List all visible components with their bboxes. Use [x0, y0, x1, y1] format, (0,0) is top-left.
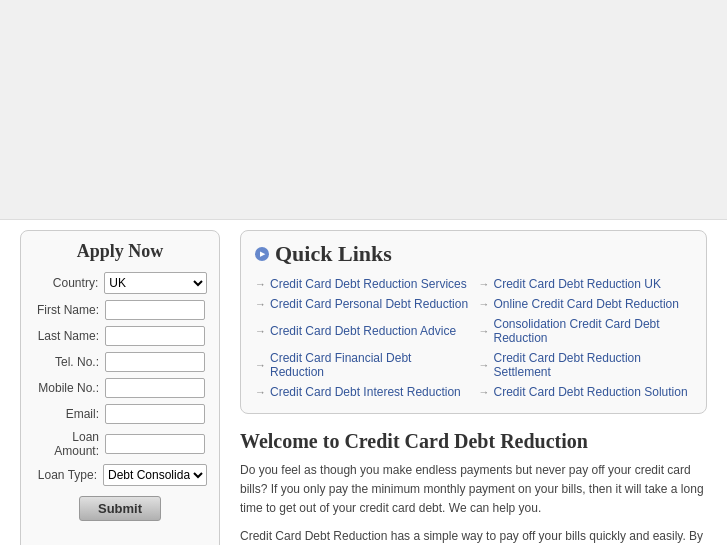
quick-links-icon	[255, 247, 269, 261]
loan-type-row: Loan Type: Debt Consolidat Personal Loan…	[33, 464, 207, 486]
ql-link[interactable]: Credit Card Debt Reduction Services	[270, 277, 467, 291]
list-item: → Credit Card Debt Reduction Solution	[479, 383, 693, 401]
ql-link[interactable]: Credit Card Debt Interest Reduction	[270, 385, 461, 399]
list-item: → Online Credit Card Debt Reduction	[479, 295, 693, 313]
loan-amount-input[interactable]	[105, 434, 205, 454]
arrow-icon: →	[479, 278, 490, 290]
welcome-paragraph-1: Do you feel as though you make endless p…	[240, 461, 707, 519]
submit-button[interactable]: Submit	[79, 496, 161, 521]
tel-input[interactable]	[105, 352, 205, 372]
apply-panel-title: Apply Now	[33, 241, 207, 262]
list-item: → Credit Card Debt Reduction Settlement	[479, 349, 693, 381]
list-item: → Credit Card Financial Debt Reduction	[255, 349, 469, 381]
ql-link[interactable]: Credit Card Debt Reduction Solution	[494, 385, 688, 399]
tel-label: Tel. No.:	[33, 355, 105, 369]
quick-links-grid: → Credit Card Debt Reduction Services → …	[255, 275, 692, 401]
top-banner	[0, 0, 727, 220]
list-item: → Credit Card Debt Reduction Services	[255, 275, 469, 293]
ql-link[interactable]: Credit Card Debt Reduction UK	[494, 277, 661, 291]
list-item: → Credit Card Debt Reduction UK	[479, 275, 693, 293]
arrow-icon: →	[479, 325, 490, 337]
list-item: → Consolidation Credit Card Debt Reducti…	[479, 315, 693, 347]
firstname-label: First Name:	[33, 303, 105, 317]
mobile-input[interactable]	[105, 378, 205, 398]
quick-links-header: Quick Links	[255, 241, 692, 267]
country-select[interactable]: UK USA Other	[104, 272, 207, 294]
quick-links-box: Quick Links → Credit Card Debt Reduction…	[240, 230, 707, 414]
arrow-icon: →	[255, 386, 266, 398]
arrow-icon: →	[479, 298, 490, 310]
loan-amount-label: Loan Amount:	[33, 430, 105, 458]
welcome-title: Welcome to Credit Card Debt Reduction	[240, 430, 707, 453]
ql-link[interactable]: Credit Card Personal Debt Reduction	[270, 297, 468, 311]
country-label: Country:	[33, 276, 104, 290]
apply-panel: Apply Now Country: UK USA Other First Na…	[20, 230, 220, 545]
firstname-input[interactable]	[105, 300, 205, 320]
arrow-icon: →	[479, 386, 490, 398]
email-row: Email:	[33, 404, 207, 424]
welcome-section: Welcome to Credit Card Debt Reduction Do…	[240, 430, 707, 545]
quick-links-title: Quick Links	[275, 241, 392, 267]
right-panel: Quick Links → Credit Card Debt Reduction…	[240, 230, 707, 545]
arrow-icon: →	[255, 278, 266, 290]
email-input[interactable]	[105, 404, 205, 424]
arrow-icon: →	[255, 325, 266, 337]
ql-link[interactable]: Credit Card Debt Reduction Advice	[270, 324, 456, 338]
firstname-row: First Name:	[33, 300, 207, 320]
lastname-row: Last Name:	[33, 326, 207, 346]
email-label: Email:	[33, 407, 105, 421]
main-content: Apply Now Country: UK USA Other First Na…	[0, 220, 727, 545]
mobile-row: Mobile No.:	[33, 378, 207, 398]
ql-link[interactable]: Credit Card Financial Debt Reduction	[270, 351, 469, 379]
arrow-icon: →	[255, 359, 266, 371]
tel-row: Tel. No.:	[33, 352, 207, 372]
mobile-label: Mobile No.:	[33, 381, 105, 395]
loan-type-select[interactable]: Debt Consolidat Personal Loan Other	[103, 464, 207, 486]
arrow-icon: →	[255, 298, 266, 310]
list-item: → Credit Card Personal Debt Reduction	[255, 295, 469, 313]
country-row: Country: UK USA Other	[33, 272, 207, 294]
ql-link[interactable]: Credit Card Debt Reduction Settlement	[494, 351, 693, 379]
ql-link[interactable]: Online Credit Card Debt Reduction	[494, 297, 679, 311]
list-item: → Credit Card Debt Interest Reduction	[255, 383, 469, 401]
submit-row: Submit	[33, 496, 207, 521]
loan-amount-row: Loan Amount:	[33, 430, 207, 458]
welcome-paragraph-2: Credit Card Debt Reduction has a simple …	[240, 527, 707, 545]
arrow-icon: →	[479, 359, 490, 371]
loan-type-label: Loan Type:	[33, 468, 103, 482]
lastname-label: Last Name:	[33, 329, 105, 343]
ql-link[interactable]: Consolidation Credit Card Debt Reduction	[494, 317, 693, 345]
list-item: → Credit Card Debt Reduction Advice	[255, 315, 469, 347]
lastname-input[interactable]	[105, 326, 205, 346]
